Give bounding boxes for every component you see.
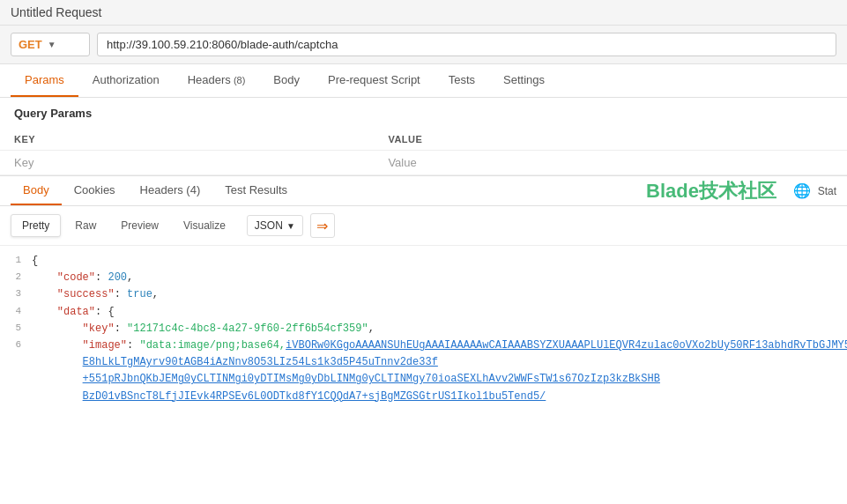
value-cell[interactable]: Value xyxy=(374,151,847,175)
code-line-2: 2 "code": 200, xyxy=(0,270,847,286)
response-tab-headers[interactable]: Headers (4) xyxy=(128,176,213,205)
request-tabs: Params Authorization Headers (8) Body Pr… xyxy=(0,64,847,98)
response-tab-body[interactable]: Body xyxy=(11,176,62,205)
tab-body[interactable]: Body xyxy=(259,64,314,97)
col-value: VALUE xyxy=(374,129,847,151)
code-line-6: 6 "image": "data:image/png;base64,iVBORw… xyxy=(0,337,847,354)
format-tab-preview[interactable]: Preview xyxy=(110,215,169,236)
chevron-down-icon: ▼ xyxy=(286,221,295,231)
response-tab-test-results[interactable]: Test Results xyxy=(212,176,300,205)
tab-authorization[interactable]: Authorization xyxy=(78,64,174,97)
response-tab-cookies[interactable]: Cookies xyxy=(62,176,128,205)
json-format-selector[interactable]: JSON ▼ xyxy=(247,215,303,236)
tab-headers[interactable]: Headers (8) xyxy=(174,64,260,97)
query-params-table: KEY VALUE Key Value xyxy=(0,129,847,175)
format-tabs-row: Pretty Raw Preview Visualize JSON ▼ ⇒ xyxy=(0,206,847,246)
format-tab-visualize[interactable]: Visualize xyxy=(173,215,236,236)
response-tabs: Body Cookies Headers (4) Test Results 🌐 … xyxy=(0,175,847,206)
method-select[interactable]: GET ▼ xyxy=(11,33,90,56)
query-params-title: Query Params xyxy=(0,98,847,129)
url-input[interactable] xyxy=(97,33,836,56)
code-line-9: BzD01vBSncT8LfjJIEvk4RPSEv6L0ODTkd8fY1CQ… xyxy=(0,389,847,405)
wrap-icon: ⇒ xyxy=(316,218,328,234)
code-line-5: 5 "key": "12171c4c-4bc8-4a27-9f60-2ff6b5… xyxy=(0,321,847,337)
format-tab-pretty[interactable]: Pretty xyxy=(11,214,61,237)
title-bar: Untitled Request xyxy=(0,0,847,26)
code-line-4: 4 "data": { xyxy=(0,304,847,321)
tab-params[interactable]: Params xyxy=(11,64,78,97)
key-cell[interactable]: Key xyxy=(0,151,374,175)
table-row: Key Value xyxy=(0,151,847,175)
wrap-button[interactable]: ⇒ xyxy=(310,213,335,238)
response-meta: 🌐 Stat xyxy=(793,182,836,199)
col-key: KEY xyxy=(0,129,374,151)
watermark: Blade技术社区 xyxy=(646,178,776,204)
code-line-1: 1 { xyxy=(0,253,847,270)
chevron-down-icon: ▼ xyxy=(48,40,56,49)
request-title: Untitled Request xyxy=(11,5,102,19)
code-line-3: 3 "success": true, xyxy=(0,286,847,303)
response-body: 1 { 2 "code": 200, 3 "success": true, 4 … xyxy=(0,246,847,412)
globe-icon[interactable]: 🌐 xyxy=(793,182,811,199)
tab-pre-request[interactable]: Pre-request Script xyxy=(314,64,435,97)
code-line-7: E8hLkLTgMAyrv90tAGB4iAzNnv8O53LIz54Ls1k3… xyxy=(0,354,847,371)
tab-settings[interactable]: Settings xyxy=(489,64,559,97)
request-bar: GET ▼ xyxy=(0,26,847,64)
method-value: GET xyxy=(19,38,42,51)
tab-tests[interactable]: Tests xyxy=(435,64,489,97)
status-text: Stat xyxy=(818,185,836,197)
code-line-8: +551pRJbnQKbJEMg0yCLTINMgi0yDTIMsMg0yDbL… xyxy=(0,371,847,388)
format-tab-raw[interactable]: Raw xyxy=(64,215,107,236)
